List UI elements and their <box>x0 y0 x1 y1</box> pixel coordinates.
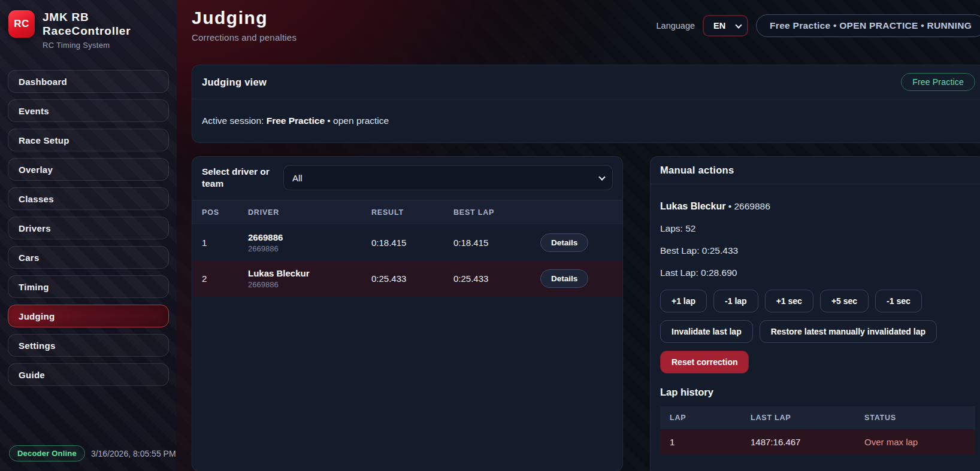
active-session-line: Active session: Free Practice • open pra… <box>192 99 980 142</box>
plus-one-sec-button[interactable]: +1 sec <box>765 290 813 312</box>
col-last-lap: LAST LAP <box>751 414 864 422</box>
table-row[interactable]: 1 2669886 2669886 0:18.415 0:18.415 Deta… <box>192 224 622 260</box>
selected-driver-name: Lukas Bleckur <box>660 201 725 211</box>
sidebar-item-drivers[interactable]: Drivers <box>8 217 169 239</box>
sidebar-item-judging[interactable]: Judging <box>8 305 169 327</box>
sidebar-item-cars[interactable]: Cars <box>8 246 169 269</box>
sidebar-item-dashboard[interactable]: Dashboard <box>8 70 169 93</box>
sidebar-item-timing[interactable]: Timing <box>8 275 169 298</box>
row-driver-cell: 2669886 2669886 <box>248 232 371 253</box>
row-pos: 2 <box>202 274 248 284</box>
minus-one-lap-button[interactable]: -1 lap <box>713 290 758 312</box>
main-content: Judging Corrections and penalties Langua… <box>177 0 980 471</box>
col-result: RESULT <box>371 208 453 217</box>
details-button[interactable]: Details <box>540 269 588 288</box>
app-logo: RC <box>8 10 35 38</box>
page-subtitle: Corrections and penalties <box>192 32 297 42</box>
laps-count: Laps: 52 <box>660 223 975 234</box>
sidebar-item-overlay[interactable]: Overlay <box>8 158 169 181</box>
language-label: Language <box>657 21 695 31</box>
minus-one-sec-button[interactable]: -1 sec <box>875 290 922 312</box>
lap-history-row[interactable]: 1 1487:16.467 Over max lap <box>660 429 975 454</box>
drivers-table: POS DRIVER RESULT BEST LAP 1 2669886 266… <box>192 200 622 296</box>
sidebar-item-race-setup[interactable]: Race Setup <box>8 129 169 151</box>
header-controls: Language EN Free Practice • OPEN PRACTIC… <box>657 14 980 37</box>
col-pos: POS <box>202 208 248 217</box>
col-lap: LAP <box>670 414 751 422</box>
col-driver: DRIVER <box>248 208 371 217</box>
row-pos: 1 <box>202 238 248 248</box>
plus-five-sec-button[interactable]: +5 sec <box>820 290 869 312</box>
manual-actions-title: Manual actions <box>660 165 734 176</box>
invalidate-last-lap-button[interactable]: Invalidate last lap <box>660 320 753 343</box>
last-lap-value: Last Lap: 0:28.690 <box>660 268 975 278</box>
drivers-table-header: POS DRIVER RESULT BEST LAP <box>192 200 622 224</box>
row-best-lap: 0:18.415 <box>453 238 540 248</box>
row-driver-name: 2669886 <box>248 232 371 242</box>
footer-timestamp: 3/16/2026, 8:05:55 PM <box>91 449 176 458</box>
quick-correction-buttons: +1 lap -1 lap +1 sec +5 sec -1 sec <box>660 290 975 312</box>
details-button[interactable]: Details <box>540 233 588 252</box>
row-result: 0:25.433 <box>371 274 453 284</box>
session-status-pill: Free Practice • OPEN PRACTICE • RUNNING <box>756 14 980 37</box>
row-driver-name: Lukas Bleckur <box>248 268 371 278</box>
free-practice-badge: Free Practice <box>901 73 975 91</box>
selected-driver-number: • 2669886 <box>725 201 770 211</box>
sidebar-item-settings[interactable]: Settings <box>8 334 169 357</box>
row-driver-number: 2669886 <box>248 244 371 253</box>
judging-view-panel: Judging view Free Practice Active sessio… <box>192 65 980 143</box>
sidebar-item-events[interactable]: Events <box>8 99 169 122</box>
driver-select[interactable]: All <box>283 165 613 190</box>
active-session-label: Active session: <box>202 116 267 126</box>
lap-status: Over max lap <box>864 437 966 447</box>
decoder-status-badge: Decoder Online <box>9 445 85 461</box>
active-session-type: • open practice <box>325 116 389 126</box>
app-title-block: JMK RB RaceController RC Timing System <box>43 10 131 50</box>
restore-invalidated-lap-button[interactable]: Restore latest manually invalidated lap <box>760 320 937 343</box>
best-lap-value: Best Lap: 0:25.433 <box>660 245 975 256</box>
manual-actions-panel: Manual actions Lukas Bleckur • 2669886 L… <box>650 156 980 471</box>
judging-view-title: Judging view <box>202 77 267 88</box>
page-title: Judging <box>192 8 297 28</box>
page-title-block: Judging Corrections and penalties <box>192 0 297 42</box>
selected-driver-line: Lukas Bleckur • 2669886 <box>660 201 975 212</box>
row-result: 0:18.415 <box>371 238 453 248</box>
lap-history-header: LAP LAST LAP STATUS <box>660 406 975 429</box>
col-status: STATUS <box>864 414 966 422</box>
lap-time: 1487:16.467 <box>751 437 864 447</box>
active-session-name: Free Practice <box>267 116 325 126</box>
lap-history-title: Lap history <box>660 387 975 398</box>
row-driver-number: 2669886 <box>248 280 371 289</box>
driver-select-label: Select driver or team <box>202 166 275 190</box>
plus-one-lap-button[interactable]: +1 lap <box>660 290 707 312</box>
sidebar-item-guide[interactable]: Guide <box>8 363 169 386</box>
app-subtitle: RC Timing System <box>43 41 131 50</box>
driver-selection-panel: Select driver or team All POS DRIVER RES… <box>192 156 623 471</box>
app-title-line2: RaceController <box>43 24 131 38</box>
lap-number: 1 <box>670 437 751 447</box>
language-select[interactable]: EN <box>703 15 748 37</box>
lap-invalidation-buttons: Invalidate last lap Restore latest manua… <box>660 320 975 343</box>
col-best-lap: BEST LAP <box>453 208 540 217</box>
app-brand: RC JMK RB RaceController RC Timing Syste… <box>0 0 177 50</box>
reset-correction-button[interactable]: Reset correction <box>660 351 749 373</box>
table-row-selected[interactable]: 2 Lukas Bleckur 2669886 0:25.433 0:25.43… <box>192 260 622 296</box>
lap-history-table: LAP LAST LAP STATUS 1 1487:16.467 Over m… <box>660 406 975 454</box>
app-logo-text: RC <box>14 18 29 30</box>
row-driver-cell: Lukas Bleckur 2669886 <box>248 268 371 289</box>
app-title-line1: JMK RB <box>43 10 131 24</box>
sidebar-item-classes[interactable]: Classes <box>8 187 169 210</box>
page-header: Judging Corrections and penalties Langua… <box>192 0 980 65</box>
sidebar-footer: Decoder Online 3/16/2026, 8:05:55 PM <box>9 445 176 461</box>
row-best-lap: 0:25.433 <box>453 274 540 284</box>
sidebar-nav: Dashboard Events Race Setup Overlay Clas… <box>0 70 177 393</box>
sidebar: RC JMK RB RaceController RC Timing Syste… <box>0 0 177 471</box>
